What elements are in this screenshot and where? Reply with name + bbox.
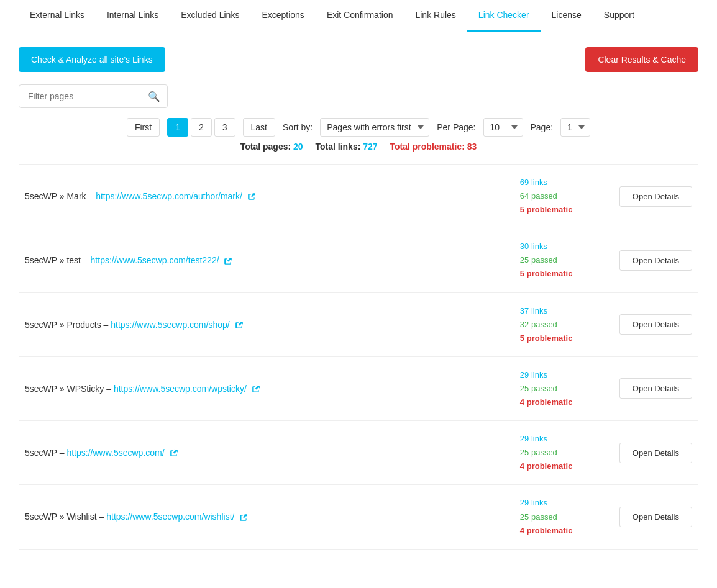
result-url[interactable]: https://www.5secwp.com/author/mark/ xyxy=(96,191,242,201)
passed-count: 25 passed xyxy=(520,253,619,267)
total-problematic-value: 83 xyxy=(467,142,477,152)
per-page-label: Per Page: xyxy=(437,122,475,132)
nav-tab-external-links[interactable]: External Links xyxy=(19,0,96,32)
result-stats: 29 links 25 passed 4 problematic xyxy=(520,496,619,537)
links-count: 29 links xyxy=(520,368,619,382)
nav-tab-excluded-links[interactable]: Excluded Links xyxy=(170,0,250,32)
table-row: 5secWP » Products – https://www.5secwp.c… xyxy=(19,293,698,357)
pagination-sort-row: First 123 Last Sort by: Pages with error… xyxy=(19,118,698,137)
first-page-link[interactable]: First xyxy=(127,118,160,137)
nav-tab-license[interactable]: License xyxy=(541,0,593,32)
links-count: 37 links xyxy=(520,304,619,318)
total-pages-label: Total pages: xyxy=(240,142,291,152)
problematic-count: 5 problematic xyxy=(520,332,619,345)
page-number-1[interactable]: 1 xyxy=(167,118,188,137)
table-row: 5secWP » WPSticky – https://www.5secwp.c… xyxy=(19,357,698,421)
result-url[interactable]: https://www.5secwp.com/wishlist/ xyxy=(106,512,234,522)
last-page-link[interactable]: Last xyxy=(243,118,275,137)
nav-tab-exceptions[interactable]: Exceptions xyxy=(250,0,315,32)
nav-tab-internal-links[interactable]: Internal Links xyxy=(96,0,170,32)
result-stats: 69 links 64 passed 5 problematic xyxy=(520,176,619,217)
page-number-3[interactable]: 3 xyxy=(214,118,235,137)
stats-row: Total pages: 20 Total links: 727 Total p… xyxy=(19,142,698,152)
sort-by-label: Sort by: xyxy=(283,122,313,132)
links-count: 69 links xyxy=(520,176,619,189)
result-stats: 37 links 32 passed 5 problematic xyxy=(520,304,619,345)
problematic-count: 5 problematic xyxy=(520,203,619,217)
problematic-count: 4 problematic xyxy=(520,524,619,538)
total-pages-value: 20 xyxy=(293,142,303,152)
total-problematic-label: Total problematic: xyxy=(390,142,465,152)
page-label: Page: xyxy=(531,122,554,132)
result-stats: 30 links 25 passed 5 problematic xyxy=(520,240,619,281)
table-row: 5secWP » Mark – https://www.5secwp.com/a… xyxy=(19,164,698,228)
links-count: 29 links xyxy=(520,496,619,510)
result-page-title: 5secWP – xyxy=(25,448,66,458)
total-links-value: 727 xyxy=(363,142,377,152)
open-details-button[interactable]: Open Details xyxy=(619,250,692,271)
page-number-2[interactable]: 2 xyxy=(191,118,212,137)
problematic-count: 5 problematic xyxy=(520,267,619,281)
nav-tab-exit-confirmation[interactable]: Exit Confirmation xyxy=(316,0,404,32)
sort-select[interactable]: Pages with errors firstPages with most l… xyxy=(320,118,429,137)
external-link-icon xyxy=(252,385,260,394)
result-info: 5secWP – https://www.5secwp.com/ xyxy=(25,448,520,458)
open-details-button[interactable]: Open Details xyxy=(619,378,692,399)
result-info: 5secWP » test – https://www.5secwp.com/t… xyxy=(25,255,520,265)
external-link-icon xyxy=(235,321,244,330)
result-url[interactable]: https://www.5secwp.com/test222/ xyxy=(91,255,219,265)
filter-row: 🔍 xyxy=(19,84,698,108)
links-count: 30 links xyxy=(520,240,619,253)
passed-count: 25 passed xyxy=(520,510,619,524)
result-page-title: 5secWP » Products – xyxy=(25,320,111,330)
nav-tabs: External LinksInternal LinksExcluded Lin… xyxy=(0,0,717,32)
result-info: 5secWP » Products – https://www.5secwp.c… xyxy=(25,320,520,330)
problematic-count: 4 problematic xyxy=(520,459,619,473)
nav-tab-link-checker[interactable]: Link Checker xyxy=(467,0,541,32)
result-stats: 29 links 25 passed 4 problematic xyxy=(520,368,619,409)
result-stats: 29 links 25 passed 4 problematic xyxy=(520,432,619,473)
passed-count: 64 passed xyxy=(520,189,619,203)
table-row: 5secWP – https://www.5secwp.com/ 29 link… xyxy=(19,421,698,485)
analyze-button[interactable]: Check & Analyze all site's Links xyxy=(19,47,165,72)
passed-count: 25 passed xyxy=(520,382,619,396)
open-details-button[interactable]: Open Details xyxy=(619,314,692,335)
result-url[interactable]: https://www.5secwp.com/ xyxy=(66,448,164,458)
total-links-label: Total links: xyxy=(316,142,361,152)
passed-count: 32 passed xyxy=(520,318,619,332)
results-table: 5secWP » Mark – https://www.5secwp.com/a… xyxy=(19,164,698,550)
nav-tab-support[interactable]: Support xyxy=(593,0,646,32)
result-info: 5secWP » Wishlist – https://www.5secwp.c… xyxy=(25,512,520,522)
result-info: 5secWP » WPSticky – https://www.5secwp.c… xyxy=(25,384,520,394)
page-select[interactable]: 123 xyxy=(560,118,590,137)
problematic-count: 4 problematic xyxy=(520,396,619,409)
open-details-button[interactable]: Open Details xyxy=(619,186,692,207)
result-info: 5secWP » Mark – https://www.5secwp.com/a… xyxy=(25,191,520,201)
open-details-button[interactable]: Open Details xyxy=(619,507,692,527)
result-page-title: 5secWP » Mark – xyxy=(25,191,96,201)
result-page-title: 5secWP » test – xyxy=(25,255,91,265)
clear-button[interactable]: Clear Results & Cache xyxy=(585,47,698,72)
open-details-button[interactable]: Open Details xyxy=(619,443,692,463)
external-link-icon xyxy=(239,513,248,522)
result-page-title: 5secWP » WPSticky – xyxy=(25,384,114,394)
external-link-icon xyxy=(170,449,178,458)
toolbar: Check & Analyze all site's Links Clear R… xyxy=(19,47,698,72)
result-page-title: 5secWP » Wishlist – xyxy=(25,512,106,522)
links-count: 29 links xyxy=(520,432,619,446)
passed-count: 25 passed xyxy=(520,446,619,459)
external-link-icon xyxy=(224,257,232,266)
table-row: 5secWP » test – https://www.5secwp.com/t… xyxy=(19,228,698,292)
table-row: 5secWP » Wishlist – https://www.5secwp.c… xyxy=(19,485,698,549)
filter-input[interactable] xyxy=(19,84,168,108)
nav-tab-link-rules[interactable]: Link Rules xyxy=(404,0,467,32)
result-url[interactable]: https://www.5secwp.com/wpsticky/ xyxy=(114,384,247,394)
per-page-select[interactable]: 102550100 xyxy=(483,118,523,137)
external-link-icon xyxy=(247,192,256,201)
result-url[interactable]: https://www.5secwp.com/shop/ xyxy=(111,320,229,330)
